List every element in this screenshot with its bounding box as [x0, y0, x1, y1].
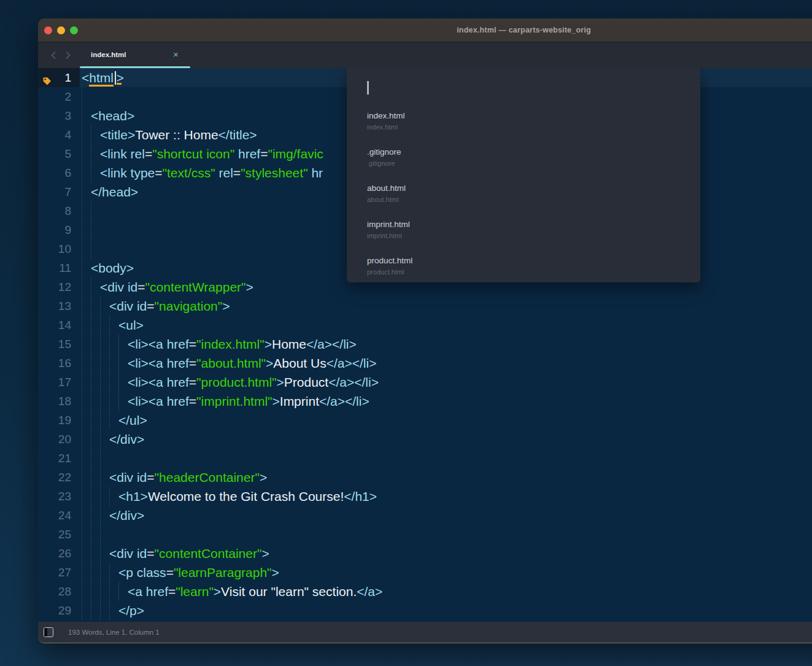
code-line[interactable]: 18<li><a href="imprint.html">Imprint</a>… — [38, 392, 812, 411]
code-token: <li><a href — [128, 356, 189, 370]
code-line[interactable]: 15<li><a href="index.html">Home</a></li> — [38, 335, 812, 354]
line-number: 18 — [38, 392, 80, 411]
code-token: </a> — [357, 584, 382, 598]
code-token: </a></li> — [306, 337, 357, 351]
code-token: = — [260, 147, 268, 161]
back-icon[interactable] — [49, 50, 58, 60]
code-token: Imprint — [280, 394, 319, 408]
palette-item-title: about.html — [367, 182, 700, 195]
palette-item-path: about.html — [367, 195, 700, 204]
code-line[interactable]: 24</div> — [38, 506, 812, 525]
code-token: Home — [272, 337, 306, 351]
tab-index-html[interactable]: index.html × — [80, 42, 190, 68]
code-line[interactable]: 23<h1>Welcome to the Git Crash Course!</… — [38, 487, 812, 506]
code-text: <div id="navigation"> — [80, 296, 812, 316]
line-number: 27 — [38, 563, 80, 582]
code-line[interactable]: 16<li><a href="about.html">About Us</a><… — [38, 354, 812, 373]
code-text — [80, 525, 812, 544]
code-token: <div id — [100, 280, 137, 294]
line-number: 14 — [38, 316, 80, 335]
code-line[interactable]: 14<ul> — [38, 316, 812, 335]
code-token: html — [89, 71, 114, 87]
line-number: 15 — [38, 335, 80, 354]
palette-item-gitignore[interactable]: .gitignore.gitignore — [347, 141, 700, 177]
code-token: <title> — [100, 128, 135, 142]
code-text — [80, 449, 812, 468]
quick-open-palette[interactable]: index.htmlindex.html.gitignore.gitignore… — [347, 68, 700, 282]
code-token: "shortcut icon" — [152, 147, 234, 161]
code-token: "imprint.html" — [196, 394, 272, 408]
code-text: <h1>Welcome to the Git Crash Course!</h1… — [80, 487, 812, 506]
line-number: 8 — [38, 201, 80, 220]
code-token: <ul> — [118, 318, 144, 332]
palette-item-imprint-html[interactable]: imprint.htmlimprint.html — [347, 214, 700, 250]
line-number: 16 — [38, 354, 80, 373]
code-line[interactable]: 27<p class="learnParagraph"> — [38, 563, 812, 582]
code-token: </ul> — [118, 413, 147, 427]
forward-icon[interactable] — [64, 50, 72, 60]
code-line[interactable]: 17<li><a href="product.html">Product</a>… — [38, 373, 812, 392]
code-token: = — [189, 356, 196, 370]
title-bar[interactable]: index.html — carparts-website_orig — [38, 18, 812, 42]
code-token: </p> — [118, 603, 144, 618]
code-line[interactable]: 29</p> — [38, 601, 812, 620]
line-number: 17 — [38, 373, 80, 392]
line-number: 3 — [38, 106, 80, 125]
code-token: "contentContainer" — [155, 546, 262, 560]
code-line[interactable]: 28<a href="learn">Visit our "learn" sect… — [38, 582, 812, 601]
code-token: = — [137, 280, 145, 294]
code-token: </title> — [218, 128, 257, 142]
code-line[interactable]: 22<div id="headerContainer"> — [38, 468, 812, 487]
code-token: = — [233, 166, 241, 180]
code-token: = — [147, 299, 154, 313]
window-title: index.html — carparts-website_orig — [38, 18, 812, 42]
code-token: Welcome to the Git Crash Course! — [148, 489, 344, 503]
palette-item-path: imprint.html — [367, 231, 700, 241]
palette-item-product-html[interactable]: product.htmlproduct.html — [347, 250, 700, 286]
code-text: <div id="headerContainer"> — [80, 468, 812, 487]
code-token: "stylesheet" — [241, 166, 307, 180]
code-editor[interactable]: 1<html>23<head>4<title>Tower :: Home</ti… — [38, 68, 812, 622]
code-token: "img/favic — [268, 147, 323, 161]
code-token: <body> — [91, 261, 134, 275]
palette-input-caret — [367, 81, 369, 95]
code-line[interactable]: 21 — [38, 449, 812, 468]
palette-item-index-html[interactable]: index.htmlindex.html — [347, 105, 700, 141]
code-token: </div> — [109, 432, 144, 446]
bookmark-tag-icon — [42, 72, 52, 83]
code-token: > — [277, 375, 284, 389]
code-token: > — [265, 337, 272, 351]
line-number: 26 — [38, 544, 80, 563]
code-token: </head> — [91, 185, 138, 199]
code-token: > — [272, 565, 279, 579]
code-line[interactable]: 20</div> — [38, 430, 812, 449]
code-line[interactable]: 13<div id="navigation"> — [38, 296, 812, 316]
code-text: <p class="learnParagraph"> — [80, 563, 812, 582]
code-token: <head> — [91, 109, 134, 123]
line-number: 19 — [38, 411, 80, 430]
sidebar-toggle-icon[interactable] — [44, 627, 53, 637]
code-token: <li><a href — [128, 337, 189, 351]
line-number: 29 — [38, 601, 80, 620]
code-token: "product.html" — [196, 375, 276, 389]
code-token: "contentWrapper" — [145, 280, 246, 294]
palette-item-about-html[interactable]: about.htmlabout.html — [347, 177, 700, 214]
line-number: 11 — [38, 258, 80, 277]
palette-item-path: product.html — [367, 267, 700, 277]
tab-close-icon[interactable]: × — [173, 42, 179, 68]
code-line[interactable]: 26<div id="contentContainer"> — [38, 544, 812, 563]
code-token: <p class — [118, 565, 166, 579]
code-token: About Us — [273, 356, 326, 370]
code-line[interactable]: 19</ul> — [38, 411, 812, 430]
code-token: = — [155, 166, 162, 180]
code-token: > — [266, 356, 273, 370]
line-number: 25 — [38, 525, 80, 544]
line-number: 28 — [38, 582, 80, 601]
palette-item-title: .gitignore — [367, 146, 700, 158]
code-line[interactable]: 25 — [38, 525, 812, 544]
editor-window: index.html — carparts-website_orig index… — [38, 18, 812, 643]
code-token: <li><a href — [128, 394, 189, 408]
line-number: 2 — [38, 87, 80, 106]
code-token: = — [145, 147, 152, 161]
palette-item-title: imprint.html — [367, 219, 700, 231]
